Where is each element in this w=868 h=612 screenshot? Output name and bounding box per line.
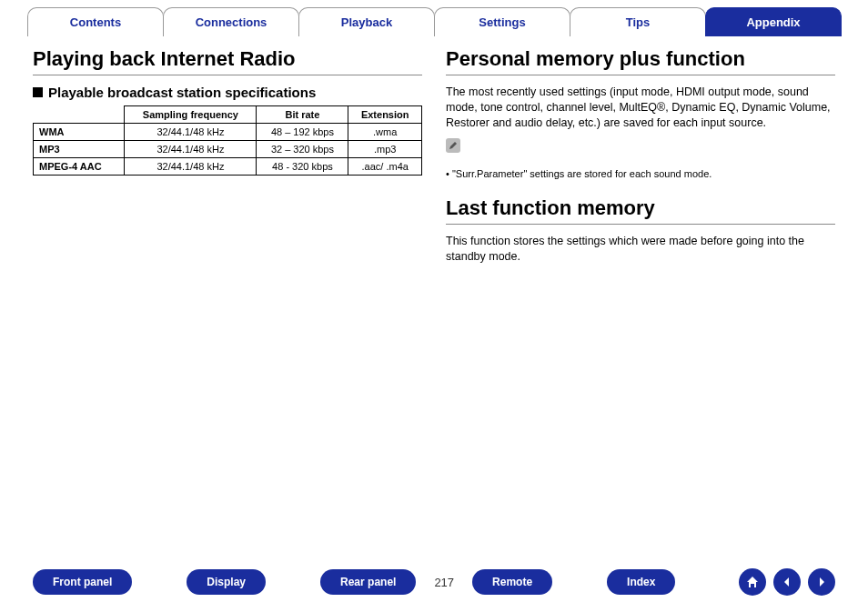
table-row: MP3 32/44.1/48 kHz 32 – 320 kbps .mp3: [34, 141, 422, 158]
th-rate: Bit rate: [257, 106, 348, 124]
cell-ext: .mp3: [348, 141, 422, 158]
rear-panel-button[interactable]: Rear panel: [320, 569, 416, 595]
cell-fmt: WMA: [34, 124, 125, 141]
top-nav: Contents Connections Playback Settings T…: [0, 0, 868, 36]
front-panel-button[interactable]: Front panel: [33, 569, 132, 595]
page-content: Playing back Internet Radio Playable bro…: [0, 36, 868, 272]
right-column: Personal memory plus function The most r…: [446, 47, 835, 272]
pencil-icon: [446, 138, 460, 153]
index-button[interactable]: Index: [607, 569, 675, 595]
subheading-text: Playable broadcast station specification…: [48, 85, 316, 100]
tab-connections[interactable]: Connections: [163, 7, 299, 36]
divider: [446, 75, 835, 75]
cell-ext: .aac/ .m4a: [348, 158, 422, 176]
divider: [446, 224, 835, 225]
note-text: • "Surr.Parameter" settings are stored f…: [446, 167, 835, 180]
page-number: 217: [425, 576, 463, 589]
tab-tips[interactable]: Tips: [570, 7, 706, 36]
nav-icons: [739, 568, 835, 596]
note-row: [446, 138, 835, 153]
th-ext: Extension: [348, 106, 422, 124]
tab-playback[interactable]: Playback: [298, 7, 435, 36]
cell-freq: 32/44.1/48 kHz: [125, 124, 257, 141]
next-icon[interactable]: [808, 568, 835, 596]
th-blank: [34, 106, 125, 124]
prev-icon[interactable]: [773, 568, 801, 596]
subheading: Playable broadcast station specification…: [33, 85, 422, 100]
tab-appendix[interactable]: Appendix: [705, 7, 842, 36]
display-button[interactable]: Display: [187, 569, 266, 595]
home-icon[interactable]: [739, 568, 766, 596]
cell-fmt: MPEG-4 AAC: [34, 158, 125, 176]
heading-left: Playing back Internet Radio: [33, 47, 422, 71]
bottom-bar: Front panel Display Rear panel 217 Remot…: [0, 568, 868, 596]
divider: [33, 75, 422, 75]
cell-rate: 48 – 192 kbps: [257, 124, 348, 141]
square-bullet-icon: [33, 87, 43, 97]
cell-freq: 32/44.1/48 kHz: [125, 158, 257, 176]
cell-rate: 32 – 320 kbps: [257, 141, 348, 158]
cell-fmt: MP3: [34, 141, 125, 158]
th-freq: Sampling frequency: [125, 106, 257, 124]
paragraph-1: The most recently used settings (input m…: [446, 85, 835, 131]
tab-settings[interactable]: Settings: [434, 7, 570, 36]
heading-right-2: Last function memory: [446, 196, 835, 220]
remote-button[interactable]: Remote: [472, 569, 552, 595]
tab-contents[interactable]: Contents: [27, 7, 164, 36]
paragraph-2: This function stores the settings which …: [446, 234, 835, 265]
spec-table: Sampling frequency Bit rate Extension WM…: [33, 105, 422, 176]
cell-ext: .wma: [348, 124, 422, 141]
table-row: MPEG-4 AAC 32/44.1/48 kHz 48 - 320 kbps …: [34, 158, 422, 176]
left-column: Playing back Internet Radio Playable bro…: [33, 47, 422, 272]
table-row: WMA 32/44.1/48 kHz 48 – 192 kbps .wma: [34, 124, 422, 141]
cell-rate: 48 - 320 kbps: [257, 158, 348, 176]
heading-right-1: Personal memory plus function: [446, 47, 835, 71]
cell-freq: 32/44.1/48 kHz: [125, 141, 257, 158]
